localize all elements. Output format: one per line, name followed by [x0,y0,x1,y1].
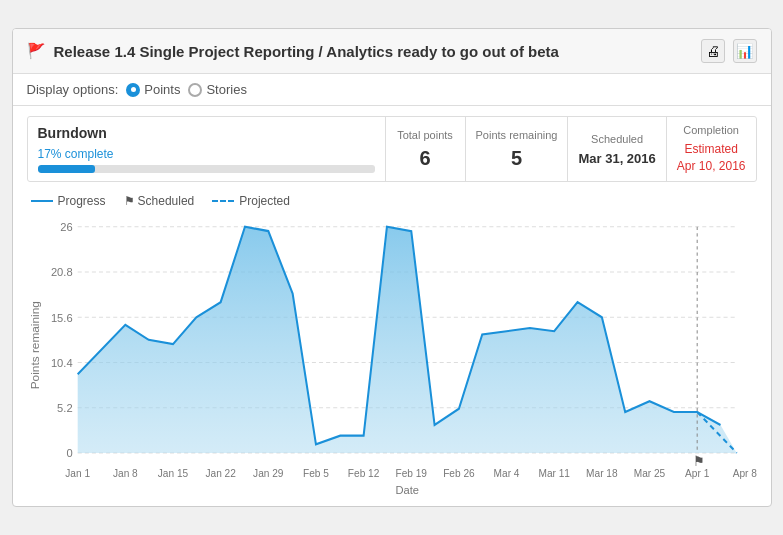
svg-text:26: 26 [60,221,72,233]
completion-label: Completion [677,123,746,137]
svg-text:Feb 5: Feb 5 [303,467,329,478]
svg-text:5.2: 5.2 [57,402,73,414]
total-points-cell: Total points 6 [386,117,466,181]
export-button[interactable]: 📊 [733,39,757,63]
total-points-value: 6 [396,147,455,170]
release-icon: 🚩 [27,42,46,60]
svg-text:Jan 1: Jan 1 [65,467,90,478]
points-radio[interactable]: Points [126,82,180,97]
header-title: 🚩 Release 1.4 Single Project Reporting /… [27,42,559,60]
page-title: Release 1.4 Single Project Reporting / A… [54,43,559,60]
stories-radio[interactable]: Stories [188,82,246,97]
svg-text:Apr 8: Apr 8 [732,467,756,478]
svg-text:Mar 11: Mar 11 [538,467,570,478]
svg-text:Jan 8: Jan 8 [112,467,137,478]
chart-legend: Progress ⚑ Scheduled Projected [27,194,757,208]
burndown-title: Burndown [38,125,375,141]
chart-area: 26 20.8 15.6 10.4 5.2 0 Points remaining [27,216,757,496]
legend-projected-label: Projected [239,194,290,208]
burndown-header: Burndown 17% complete Total points 6 Poi… [27,116,757,182]
progress-line-icon [31,200,53,202]
progress-text: 17% complete [38,147,375,161]
svg-text:Apr 1: Apr 1 [685,467,709,478]
svg-text:Jan 29: Jan 29 [253,467,284,478]
points-remaining-value: 5 [476,147,558,170]
stories-label: Stories [206,82,246,97]
scheduled-value: Mar 31, 2016 [578,151,655,166]
print-button[interactable]: 🖨 [701,39,725,63]
points-remaining-label: Points remaining [476,128,558,142]
svg-text:10.4: 10.4 [50,356,72,368]
svg-text:Feb 19: Feb 19 [395,467,427,478]
svg-text:Mar 25: Mar 25 [633,467,665,478]
projected-line-icon [212,200,234,202]
display-options: Display options: Points Stories [13,74,771,106]
svg-text:Points remaining: Points remaining [29,301,41,389]
completion-date: Apr 10, 2016 [677,159,746,173]
legend-scheduled-label: Scheduled [138,194,195,208]
stories-radio-circle [188,83,202,97]
svg-text:20.8: 20.8 [50,266,72,278]
header-icons: 🖨 📊 [701,39,757,63]
burndown-title-cell: Burndown 17% complete [28,117,386,181]
svg-text:Jan 15: Jan 15 [157,467,188,478]
points-label: Points [144,82,180,97]
svg-text:Feb 12: Feb 12 [347,467,379,478]
svg-text:Feb 26: Feb 26 [443,467,475,478]
svg-text:Mar 18: Mar 18 [586,467,618,478]
points-radio-circle [126,83,140,97]
burndown-section: Burndown 17% complete Total points 6 Poi… [13,106,771,506]
main-container: 🚩 Release 1.4 Single Project Reporting /… [12,28,772,507]
scheduled-label: Scheduled [578,132,655,146]
legend-progress-label: Progress [58,194,106,208]
legend-progress: Progress [31,194,106,208]
legend-projected: Projected [212,194,290,208]
scheduled-cell: Scheduled Mar 31, 2016 [568,117,666,181]
progress-bar-container [38,165,375,173]
progress-bar-fill [38,165,95,173]
header: 🚩 Release 1.4 Single Project Reporting /… [13,29,771,74]
burndown-chart: 26 20.8 15.6 10.4 5.2 0 Points remaining [27,216,757,496]
svg-text:Jan 22: Jan 22 [205,467,236,478]
svg-text:Date: Date [395,484,419,496]
total-points-label: Total points [396,128,455,142]
svg-text:Mar 4: Mar 4 [493,467,519,478]
display-options-label: Display options: [27,82,119,97]
svg-text:15.6: 15.6 [50,311,72,323]
svg-text:0: 0 [66,447,72,459]
points-remaining-cell: Points remaining 5 [466,117,569,181]
flag-icon: ⚑ [124,194,135,208]
completion-value: Estimated Apr 10, 2016 [677,141,746,175]
legend-scheduled: ⚑ Scheduled [124,194,195,208]
completion-estimated: Estimated [684,142,737,156]
completion-cell: Completion Estimated Apr 10, 2016 [667,117,756,181]
